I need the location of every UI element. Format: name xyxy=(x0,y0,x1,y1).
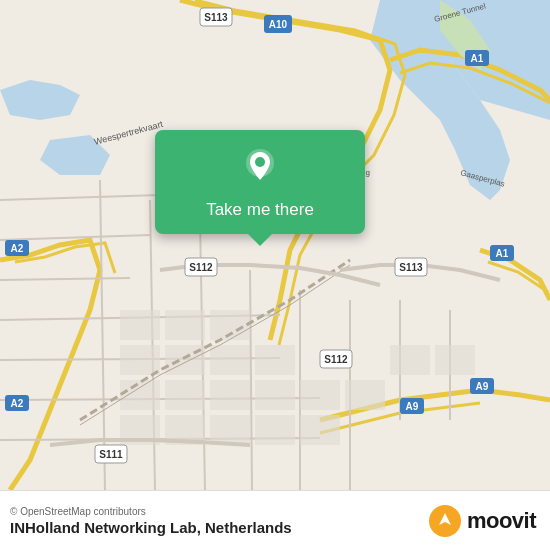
moovit-brand-icon xyxy=(429,505,461,537)
svg-rect-25 xyxy=(210,380,250,410)
moovit-wordmark: moovit xyxy=(467,508,536,534)
svg-rect-30 xyxy=(210,415,250,445)
svg-rect-35 xyxy=(435,345,475,375)
svg-text:S111: S111 xyxy=(99,449,123,460)
svg-text:S112: S112 xyxy=(324,354,348,365)
location-name: INHolland Networking Lab, Netherlands xyxy=(10,519,292,536)
svg-rect-16 xyxy=(120,310,160,340)
popup-label: Take me there xyxy=(206,200,314,220)
svg-text:S112: S112 xyxy=(189,262,213,273)
location-pin-icon xyxy=(238,146,282,190)
svg-text:A1: A1 xyxy=(471,53,484,64)
svg-rect-33 xyxy=(345,380,385,410)
svg-rect-23 xyxy=(120,380,160,410)
svg-text:A1: A1 xyxy=(496,248,509,259)
svg-text:A2: A2 xyxy=(11,243,24,254)
svg-rect-32 xyxy=(300,415,340,445)
svg-rect-21 xyxy=(210,345,250,375)
moovit-logo: moovit xyxy=(429,505,536,537)
svg-rect-27 xyxy=(300,380,340,410)
svg-rect-34 xyxy=(390,345,430,375)
svg-rect-19 xyxy=(120,345,160,375)
svg-text:A10: A10 xyxy=(269,19,288,30)
svg-rect-22 xyxy=(255,345,295,375)
copyright-text: © OpenStreetMap contributors xyxy=(10,506,292,517)
svg-text:A9: A9 xyxy=(476,381,489,392)
svg-rect-17 xyxy=(165,310,205,340)
svg-text:S113: S113 xyxy=(399,262,423,273)
svg-point-65 xyxy=(255,157,265,167)
svg-rect-26 xyxy=(255,380,295,410)
svg-text:A9: A9 xyxy=(406,401,419,412)
svg-text:S113: S113 xyxy=(204,12,228,23)
svg-text:A2: A2 xyxy=(11,398,24,409)
map-container: S113 A10 A1 A1 A2 A2 A9 A9 S112 S112 S11… xyxy=(0,0,550,490)
svg-rect-31 xyxy=(255,415,295,445)
bottom-bar: © OpenStreetMap contributors INHolland N… xyxy=(0,490,550,550)
navigation-popup[interactable]: Take me there xyxy=(155,130,365,234)
location-info: © OpenStreetMap contributors INHolland N… xyxy=(10,506,292,536)
svg-rect-24 xyxy=(165,380,205,410)
